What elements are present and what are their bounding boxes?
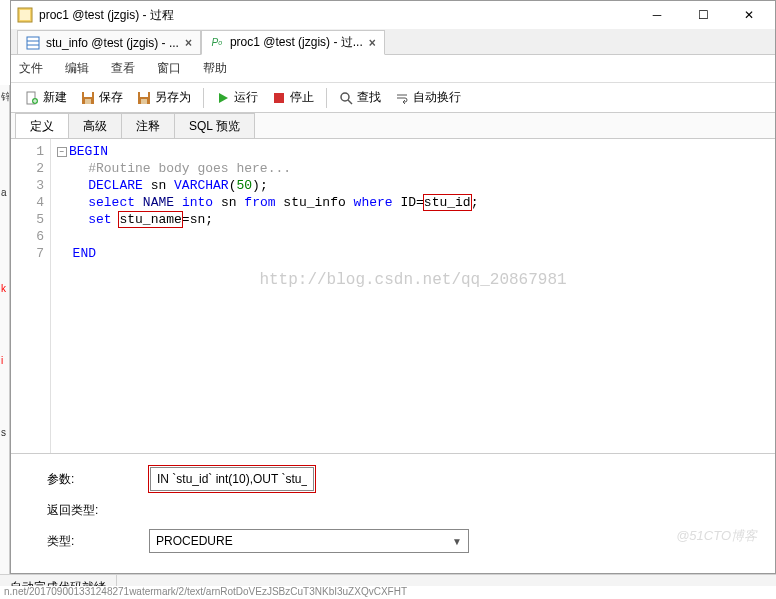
file-tabs: stu_info @test (jzgis) - ... × Po proc1 … (11, 29, 775, 55)
new-file-icon (25, 91, 39, 105)
type-label: 类型: (29, 533, 149, 550)
type-select[interactable]: PROCEDURE ▼ (149, 529, 469, 553)
code-area[interactable]: −BEGIN #Routine body goes here... DECLAR… (51, 139, 775, 453)
stop-icon (272, 91, 286, 105)
svg-rect-2 (27, 37, 39, 49)
app-window: proc1 @test (jzgis) - 过程 ─ ☐ ✕ stu_info … (10, 0, 776, 574)
svg-marker-13 (219, 93, 228, 103)
saveas-icon (137, 91, 151, 105)
svg-rect-1 (20, 10, 30, 20)
svg-rect-9 (85, 99, 91, 104)
svg-rect-14 (274, 93, 284, 103)
file-tab-label: stu_info @test (jzgis) - ... (46, 36, 179, 50)
menu-view[interactable]: 查看 (111, 60, 135, 77)
watermark-text: http://blog.csdn.net/qq_20867981 (259, 272, 566, 289)
wrap-icon (395, 91, 409, 105)
menu-help[interactable]: 帮助 (203, 60, 227, 77)
menu-window[interactable]: 窗口 (157, 60, 181, 77)
menu-file[interactable]: 文件 (19, 60, 43, 77)
params-label: 参数: (29, 471, 149, 488)
sub-tabs: 定义 高级 注释 SQL 预览 (11, 113, 775, 139)
maximize-button[interactable]: ☐ (683, 1, 723, 29)
line-gutter: 1234567 (11, 139, 51, 453)
tab-advanced[interactable]: 高级 (68, 113, 122, 138)
form-panel: 参数: 返回类型: 类型: PROCEDURE ▼ (11, 453, 775, 573)
menu-edit[interactable]: 编辑 (65, 60, 89, 77)
svg-point-15 (341, 93, 349, 101)
svg-rect-12 (141, 99, 147, 104)
file-tab-proc1[interactable]: Po proc1 @test (jzgis) - 过... × (201, 30, 385, 55)
close-icon[interactable]: × (185, 36, 192, 50)
save-button[interactable]: 保存 (75, 87, 129, 108)
saveas-button[interactable]: 另存为 (131, 87, 197, 108)
app-icon (17, 7, 33, 23)
fold-icon[interactable]: − (57, 147, 67, 157)
file-tab-stuinfo[interactable]: stu_info @test (jzgis) - ... × (17, 30, 201, 55)
toolbar: 新建 保存 另存为 运行 停止 查找 自动换行 (11, 83, 775, 113)
find-button[interactable]: 查找 (333, 87, 387, 108)
search-icon (339, 91, 353, 105)
partial-sidebar: 锌 a k is (0, 85, 10, 574)
new-button[interactable]: 新建 (19, 87, 73, 108)
proc-icon: Po (210, 36, 224, 50)
chevron-down-icon: ▼ (452, 536, 462, 547)
table-icon (26, 36, 40, 50)
branding-watermark: @51CTO博客 (676, 527, 757, 545)
type-value: PROCEDURE (156, 534, 233, 548)
tab-definition[interactable]: 定义 (15, 113, 69, 138)
svg-rect-8 (84, 92, 92, 97)
menubar: 文件 编辑 查看 窗口 帮助 (11, 55, 775, 83)
code-editor[interactable]: 1234567 −BEGIN #Routine body goes here..… (11, 139, 775, 453)
close-button[interactable]: ✕ (729, 1, 769, 29)
garbled-footer: n.net/201709001331248271watermark/2/text… (0, 586, 776, 599)
tab-comment[interactable]: 注释 (121, 113, 175, 138)
save-icon (81, 91, 95, 105)
svg-rect-11 (140, 92, 148, 97)
file-tab-label: proc1 @test (jzgis) - 过... (230, 34, 363, 51)
wrap-button[interactable]: 自动换行 (389, 87, 467, 108)
titlebar: proc1 @test (jzgis) - 过程 ─ ☐ ✕ (11, 1, 775, 29)
play-icon (216, 91, 230, 105)
tab-sqlpreview[interactable]: SQL 预览 (174, 113, 255, 138)
close-icon[interactable]: × (369, 36, 376, 50)
separator (203, 88, 204, 108)
run-button[interactable]: 运行 (210, 87, 264, 108)
window-title: proc1 @test (jzgis) - 过程 (39, 7, 631, 24)
minimize-button[interactable]: ─ (637, 1, 677, 29)
separator (326, 88, 327, 108)
rettype-label: 返回类型: (29, 502, 149, 519)
stop-button[interactable]: 停止 (266, 87, 320, 108)
svg-line-16 (348, 100, 352, 104)
params-input[interactable] (150, 467, 314, 491)
